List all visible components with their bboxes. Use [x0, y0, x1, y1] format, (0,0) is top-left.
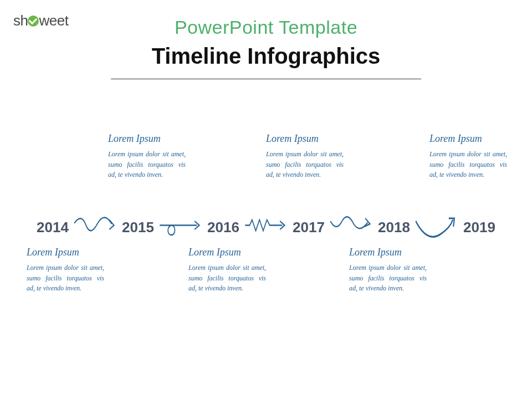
note-heading: Lorem Ipsum — [188, 247, 266, 258]
arrow-3 — [243, 216, 289, 238]
note-body: Lorem ipsum dolor sit amet, sumo facilis… — [349, 263, 427, 294]
note-body: Lorem ipsum dolor sit amet, sumo facilis… — [27, 263, 104, 294]
year-2018: 2018 — [375, 219, 413, 236]
arrow-5 — [413, 216, 460, 238]
year-2014: 2014 — [33, 219, 72, 236]
note-bottom-1: Lorem Ipsum Lorem ipsum dolor sit amet, … — [27, 247, 104, 294]
arrow-4 — [328, 216, 375, 238]
note-heading: Lorem Ipsum — [266, 133, 344, 145]
arrow-1 — [72, 216, 119, 238]
timeline: 2014 2015 2016 2017 — [33, 216, 499, 238]
note-body: Lorem ipsum dolor sit amet, sumo facilis… — [429, 149, 507, 180]
note-heading: Lorem Ipsum — [27, 247, 104, 258]
note-top-2: Lorem Ipsum Lorem ipsum dolor sit amet, … — [266, 133, 344, 180]
note-heading: Lorem Ipsum — [349, 247, 427, 258]
note-bottom-2: Lorem Ipsum Lorem ipsum dolor sit amet, … — [188, 247, 266, 294]
arrow-2 — [157, 216, 204, 238]
swoop-arrow-icon — [413, 213, 460, 241]
note-top-3: Lorem Ipsum Lorem ipsum dolor sit amet, … — [429, 133, 507, 180]
years-row: 2014 2015 2016 2017 — [33, 216, 499, 238]
zigzag-arrow-icon — [243, 213, 289, 241]
note-body: Lorem ipsum dolor sit amet, sumo facilis… — [108, 149, 186, 180]
heading-area: PowerPoint Template Timeline Infographic… — [0, 17, 532, 79]
year-2019: 2019 — [460, 219, 499, 236]
template-label: PowerPoint Template — [0, 17, 532, 38]
note-body: Lorem ipsum dolor sit amet, sumo facilis… — [188, 263, 266, 294]
page-title: Timeline Infographics — [0, 44, 532, 69]
title-divider — [111, 79, 421, 79]
squiggle-arrow-icon — [72, 213, 119, 241]
note-top-1: Lorem Ipsum Lorem ipsum dolor sit amet, … — [108, 133, 186, 180]
note-bottom-3: Lorem Ipsum Lorem ipsum dolor sit amet, … — [349, 247, 427, 294]
note-heading: Lorem Ipsum — [429, 133, 507, 145]
note-body: Lorem ipsum dolor sit amet, sumo facilis… — [266, 149, 344, 180]
wave-arrow-icon — [328, 213, 375, 241]
loop-arrow-icon — [157, 213, 204, 241]
year-2017: 2017 — [289, 219, 328, 236]
year-2016: 2016 — [204, 219, 243, 236]
note-heading: Lorem Ipsum — [108, 133, 186, 145]
year-2015: 2015 — [119, 219, 157, 236]
